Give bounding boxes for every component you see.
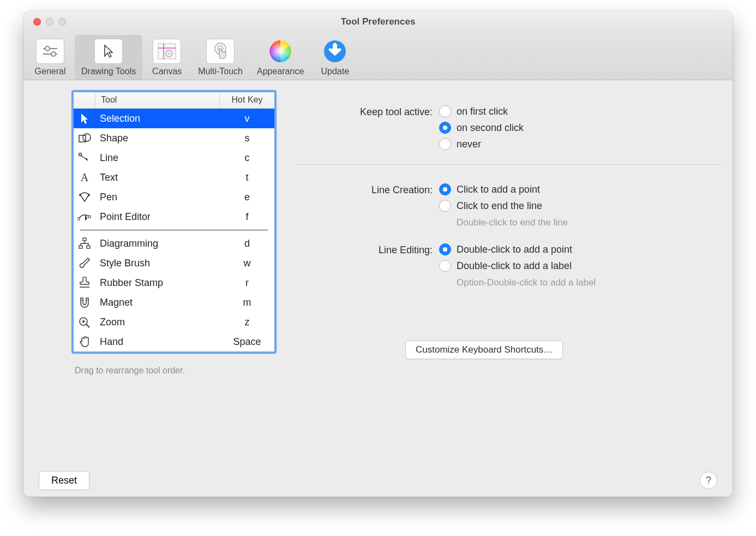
footer: Reset ? [23,464,733,497]
magnet-icon [74,296,95,308]
tab-update[interactable]: Update [311,35,358,80]
keep-tool-active-option[interactable]: on first click [439,105,524,117]
sliders-icon [36,39,64,64]
zoom-icon [74,316,95,328]
style-brush-icon [74,257,95,269]
line-creation-option[interactable]: Click to end the line [439,200,568,212]
tool-hotkey: f [220,211,274,223]
tab-label: Multi-Touch [198,67,243,76]
window-title: Tool Preferences [23,16,733,27]
keep-tool-active-option[interactable]: never [439,138,524,150]
tool-name: Rubber Stamp [95,277,220,289]
reset-button[interactable]: Reset [39,471,89,490]
tool-name: Pen [95,192,220,203]
tool-row-shape[interactable]: Shapes [74,128,274,148]
radio-button[interactable] [439,122,451,134]
tool-name: Selection [95,113,220,124]
stamp-icon [74,277,95,289]
radio-button[interactable] [439,138,451,150]
tool-row-style-brush[interactable]: Style Brushw [74,253,274,273]
tool-row-magnet[interactable]: Magnetm [74,293,274,312]
radio-button[interactable] [439,243,451,255]
tool-name: Shape [95,133,220,144]
tool-row-diagram[interactable]: Diagrammingd [74,234,274,253]
download-icon [320,38,350,64]
header-tool[interactable]: Tool [95,92,220,108]
line-creation-hint: Double-click to end the line [439,217,568,228]
svg-point-20 [79,194,81,196]
tab-general[interactable]: General [27,35,74,80]
zoom-button[interactable] [58,18,66,26]
svg-point-1 [45,46,50,51]
tool-row-text[interactable]: ATextt [74,168,274,187]
help-button[interactable]: ? [700,472,717,489]
customize-shortcuts-button[interactable]: Customize Keyboard Shortcuts… [405,341,563,359]
tool-hotkey: e [220,192,274,203]
line-editing-hint: Option-Double-click to add a label [439,277,596,288]
tab-canvas[interactable]: Canvas [143,35,190,80]
point-editor-icon [74,211,95,222]
keep-tool-active-label: Keep tool active: [296,105,439,118]
tool-hotkey: c [220,152,274,164]
svg-rect-24 [83,238,86,241]
tool-name: Magnet [95,297,220,308]
radio-button[interactable] [439,105,451,117]
radio-label: Double-click to add a point [457,244,572,255]
line-editing-option[interactable]: Double-click to add a label [439,260,596,272]
radio-label: on first click [457,106,508,117]
tool-hotkey: w [220,258,274,269]
tab-appearance[interactable]: Appearance [250,35,310,80]
tab-label: Appearance [257,67,304,76]
left-panel: Tool Hot Key SelectionvShapesLinecATextt… [71,90,277,486]
tool-list-separator [80,230,268,230]
minimize-button[interactable] [46,18,53,26]
tool-row-stamp[interactable]: Rubber Stampr [74,273,274,293]
tool-name: Diagramming [95,238,220,249]
text-icon: A [74,172,95,183]
svg-point-3 [51,52,56,56]
radio-button[interactable] [439,260,451,272]
svg-point-21 [88,194,90,196]
tool-row-zoom[interactable]: Zoomz [74,312,274,332]
line-editing-label: Line Editing: [296,243,439,256]
tab-drawing-tools[interactable]: Drawing Tools [75,35,142,80]
selection-icon [74,112,95,124]
svg-line-31 [86,324,89,327]
tab-label: Drawing Tools [81,67,136,76]
cursor-icon [94,39,123,64]
tool-list[interactable]: Tool Hot Key SelectionvShapesLinecATextt… [71,90,277,354]
divider [296,164,722,165]
tool-row-selection[interactable]: Selectionv [74,109,274,128]
toolbar: General Drawing Tools Canvas Multi-Touch [23,33,733,80]
radio-label: on second click [457,122,524,134]
svg-point-16 [83,134,91,141]
tool-name: Line [95,152,220,164]
tool-name: Style Brush [95,258,220,269]
tool-name: Text [95,172,220,183]
tool-hotkey: z [220,317,274,328]
radio-button[interactable] [439,183,451,195]
diagram-icon [74,237,95,249]
hand-icon [74,336,95,348]
traffic-lights [23,18,66,26]
line-creation-label: Line Creation: [296,183,439,196]
tool-row-point-editor[interactable]: Point Editorf [74,207,274,227]
tool-row-pen[interactable]: Pene [74,187,274,207]
line-creation-row: Line Creation: Click to add a pointClick… [296,183,722,239]
svg-text:A: A [81,172,89,183]
titlebar: Tool Preferences [23,11,733,33]
shape-icon [74,133,95,144]
tab-label: General [35,67,66,76]
line-editing-option[interactable]: Double-click to add a point [439,243,596,255]
tool-row-hand[interactable]: HandSpace [74,332,274,352]
tab-label: Update [321,67,350,76]
line-creation-option[interactable]: Click to add a point [439,183,568,195]
tool-row-line[interactable]: Linec [74,148,274,168]
header-hotkey[interactable]: Hot Key [220,92,274,108]
radio-button[interactable] [439,200,451,212]
keep-tool-active-option[interactable]: on second click [439,122,524,134]
svg-rect-26 [87,246,90,248]
tab-multi-touch[interactable]: Multi-Touch [191,35,249,80]
radio-label: Double-click to add a label [457,260,572,272]
close-button[interactable] [33,18,41,26]
